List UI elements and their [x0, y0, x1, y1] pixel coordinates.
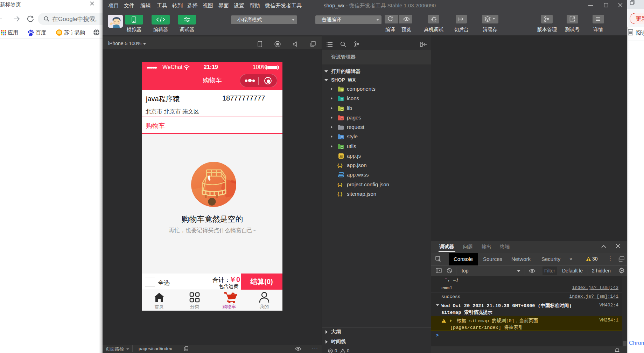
svg-text:JS: JS [339, 155, 343, 158]
